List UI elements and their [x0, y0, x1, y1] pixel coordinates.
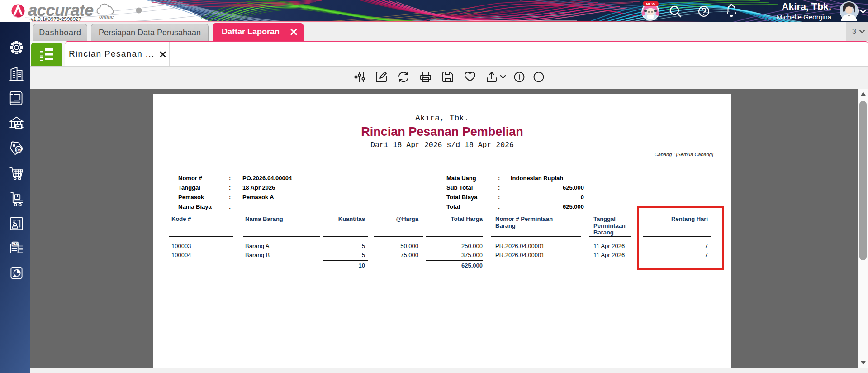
- svg-text:TAX: TAX: [12, 243, 19, 246]
- svg-text:NEW: NEW: [646, 2, 655, 6]
- svg-text:Rp: Rp: [16, 148, 21, 152]
